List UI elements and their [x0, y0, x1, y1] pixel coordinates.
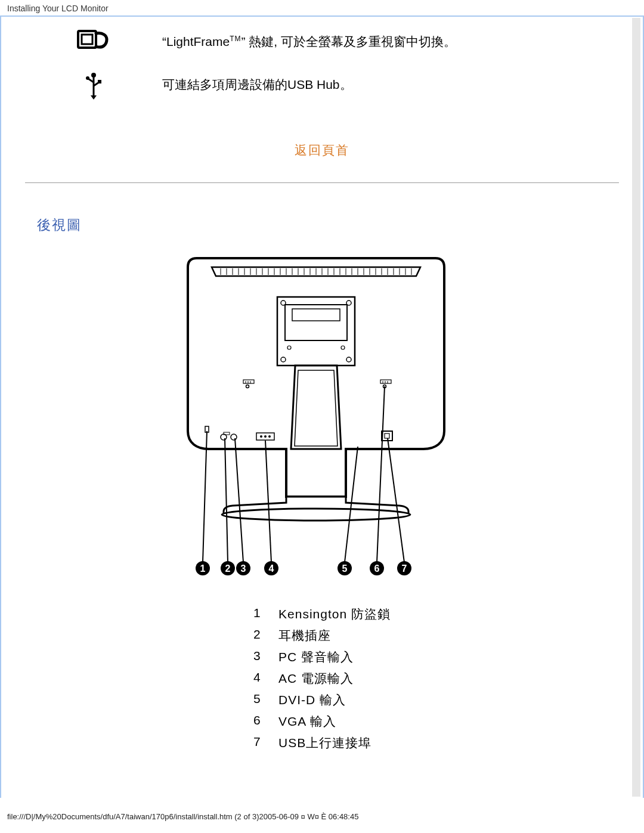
svg-point-4	[86, 76, 89, 80]
lightframe-icon	[25, 29, 162, 55]
usb-icon	[25, 72, 162, 100]
svg-line-71	[235, 438, 243, 562]
feature-row: 可連結多項周邊設備的USB Hub。	[25, 72, 619, 100]
feature-text: 可連結多項周邊設備的USB Hub。	[162, 72, 352, 94]
feature-text: “LightFrameTM” 熱鍵, 可於全螢幕及多重視窗中切換。	[162, 29, 456, 51]
footer-text: file:///D|/My%20Documents/dfu/A7/taiwan/…	[7, 812, 358, 821]
content-panel: “LightFrameTM” 熱鍵, 可於全螢幕及多重視窗中切換。	[1, 17, 643, 798]
outer-frame: “LightFrameTM” 熱鍵, 可於全螢幕及多重視窗中切換。	[0, 16, 644, 798]
svg-text:5: 5	[342, 563, 348, 574]
svg-line-70	[225, 438, 228, 562]
page-header: Installing Your LCD Monitor	[0, 0, 644, 16]
legend-table: 1Kensington 防盜鎖 2耳機插座 3PC 聲音輸入 4AC 電源輸入 …	[245, 603, 399, 754]
divider	[25, 182, 619, 183]
table-row: 7USB上行連接埠	[246, 733, 398, 753]
table-row: 4AC 電源輸入	[246, 668, 398, 689]
svg-point-65	[268, 435, 271, 438]
return-to-top-link[interactable]: 返回頁首	[295, 143, 349, 157]
svg-point-68	[222, 509, 410, 521]
section-title-rear-view: 後視圖	[37, 216, 619, 234]
svg-rect-1	[82, 35, 92, 44]
svg-text:6: 6	[374, 563, 380, 574]
header-text: Installing Your LCD Monitor	[7, 4, 109, 13]
scrollbar[interactable]	[632, 18, 640, 797]
table-row: 1Kensington 防盜鎖	[246, 604, 398, 624]
table-row: 5DVI-D 輸入	[246, 690, 398, 710]
svg-text:3: 3	[241, 563, 246, 574]
svg-line-74	[388, 438, 404, 562]
svg-text:4: 4	[269, 563, 274, 574]
svg-rect-5	[98, 80, 101, 83]
table-row: 6VGA 輸入	[246, 711, 398, 732]
feature-row: “LightFrameTM” 熱鍵, 可於全螢幕及多重視窗中切換。	[25, 29, 619, 55]
footer: file:///D|/My%20Documents/dfu/A7/taiwan/…	[0, 798, 644, 825]
svg-point-64	[264, 435, 267, 438]
svg-text:2: 2	[225, 563, 231, 574]
svg-point-63	[260, 435, 262, 438]
table-row: 2耳機插座	[246, 625, 398, 646]
svg-line-72	[265, 441, 271, 562]
svg-text:1: 1	[200, 563, 206, 574]
svg-line-69	[203, 431, 207, 562]
rear-view-diagram: 1 2 3 4 5 6 7	[179, 252, 465, 589]
svg-text:7: 7	[402, 563, 407, 574]
table-row: 3PC 聲音輸入	[246, 647, 398, 667]
